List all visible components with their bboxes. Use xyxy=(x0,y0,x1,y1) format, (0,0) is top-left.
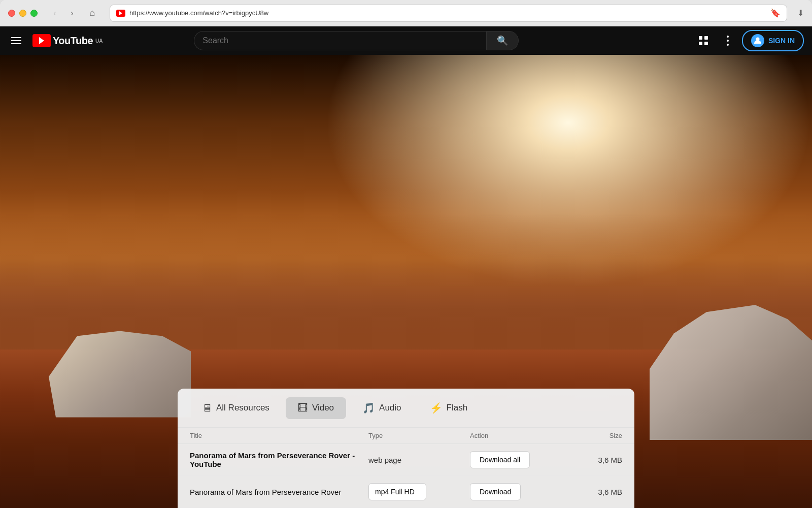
browser-download-button[interactable]: ⬇ xyxy=(797,8,804,18)
video-icon: 🎞 xyxy=(298,402,308,414)
sign-in-button[interactable]: SIGN IN xyxy=(742,30,804,51)
row1-action: Download all xyxy=(470,451,561,468)
col-size: Size xyxy=(561,432,622,439)
video-area: 🖥 All Resources 🎞 Video 🎵 Audio ⚡ Flash xyxy=(0,55,812,508)
row1-title: Panorama of Mars from Perseverance Rover… xyxy=(190,451,368,468)
traffic-lights xyxy=(8,10,38,17)
tab-video-label: Video xyxy=(312,403,334,413)
address-text: https://www.youtube.com/watch?v=irbigpyc… xyxy=(129,9,766,17)
search-icon: 🔍 xyxy=(497,35,508,46)
browser-window: ‹ › ⌂ https://www.youtube.com/watch?v=ir… xyxy=(0,0,812,508)
row2-title: Panorama of Mars from Perseverance Rover xyxy=(190,488,368,496)
row2-action: Download xyxy=(470,483,561,500)
youtube-header: YouTubeUA 🔍 xyxy=(0,26,812,55)
panel-tabs: 🖥 All Resources 🎞 Video 🎵 Audio ⚡ Flash xyxy=(178,389,634,428)
search-input[interactable] xyxy=(194,31,486,50)
format-select[interactable]: mp4 Full HD mp4 HD mp4 SD webm Full HD xyxy=(368,483,426,500)
table-row: Panorama of Mars from Perseverance Rover… xyxy=(178,476,634,508)
nav-buttons: ‹ › xyxy=(48,6,79,20)
download-all-button[interactable]: Download all xyxy=(470,451,530,468)
bookmark-button[interactable]: 🔖 xyxy=(770,8,781,18)
forward-button[interactable]: › xyxy=(65,6,79,20)
content-area: YouTubeUA 🔍 xyxy=(0,26,812,508)
flash-icon: ⚡ xyxy=(430,402,443,414)
menu-line-1 xyxy=(11,37,21,38)
row2-format-container: mp4 Full HD mp4 HD mp4 SD webm Full HD xyxy=(368,483,470,500)
tab-flash-label: Flash xyxy=(447,403,468,413)
row2-size: 3,6 MB xyxy=(561,488,622,496)
menu-line-3 xyxy=(11,43,21,44)
svg-rect-2 xyxy=(699,42,702,45)
search-button[interactable]: 🔍 xyxy=(486,31,519,50)
panel-table: Title Type Action Size Panorama of Mars … xyxy=(178,428,634,508)
tab-audio[interactable]: 🎵 Audio xyxy=(350,397,413,419)
more-options-button[interactable] xyxy=(718,30,738,51)
table-row: Panorama of Mars from Perseverance Rover… xyxy=(178,444,634,476)
tab-all-resources-label: All Resources xyxy=(216,403,269,413)
download-panel: 🖥 All Resources 🎞 Video 🎵 Audio ⚡ Flash xyxy=(178,389,634,508)
youtube-logo-icon xyxy=(32,34,51,47)
svg-rect-3 xyxy=(704,42,708,45)
row1-size: 3,6 MB xyxy=(561,456,622,464)
all-resources-icon: 🖥 xyxy=(202,402,212,414)
menu-button[interactable] xyxy=(8,34,24,47)
sign-in-avatar-icon xyxy=(751,34,764,47)
close-button[interactable] xyxy=(8,10,15,17)
svg-point-4 xyxy=(727,36,729,38)
sign-in-label: SIGN IN xyxy=(768,37,795,45)
site-favicon xyxy=(116,10,125,17)
youtube-logo[interactable]: YouTubeUA xyxy=(32,34,103,47)
youtube-logo-ua: UA xyxy=(95,38,103,44)
tab-audio-label: Audio xyxy=(379,403,401,413)
home-button[interactable]: ⌂ xyxy=(85,6,99,20)
title-bar: ‹ › ⌂ https://www.youtube.com/watch?v=ir… xyxy=(0,0,812,26)
back-button[interactable]: ‹ xyxy=(48,6,62,20)
row1-type: web page xyxy=(368,456,470,464)
svg-rect-0 xyxy=(699,36,702,40)
svg-point-6 xyxy=(727,44,729,46)
col-type: Type xyxy=(368,432,470,439)
col-title: Title xyxy=(190,432,368,439)
menu-line-2 xyxy=(11,40,21,41)
grid-icon-button[interactable] xyxy=(693,30,714,51)
youtube-logo-text: YouTube xyxy=(53,35,93,47)
tab-all-resources[interactable]: 🖥 All Resources xyxy=(190,397,282,419)
maximize-button[interactable] xyxy=(30,10,38,17)
header-right: SIGN IN xyxy=(693,30,804,51)
tab-video[interactable]: 🎞 Video xyxy=(286,397,346,419)
audio-icon: 🎵 xyxy=(362,402,375,414)
search-container: 🔍 xyxy=(194,31,519,50)
col-action: Action xyxy=(470,432,561,439)
minimize-button[interactable] xyxy=(19,10,26,17)
download-button[interactable]: Download xyxy=(470,483,521,500)
svg-rect-1 xyxy=(704,36,708,40)
address-bar[interactable]: https://www.youtube.com/watch?v=irbigpyc… xyxy=(110,5,787,22)
table-header: Title Type Action Size xyxy=(178,428,634,444)
svg-point-5 xyxy=(727,40,729,42)
tab-flash[interactable]: ⚡ Flash xyxy=(418,397,480,419)
